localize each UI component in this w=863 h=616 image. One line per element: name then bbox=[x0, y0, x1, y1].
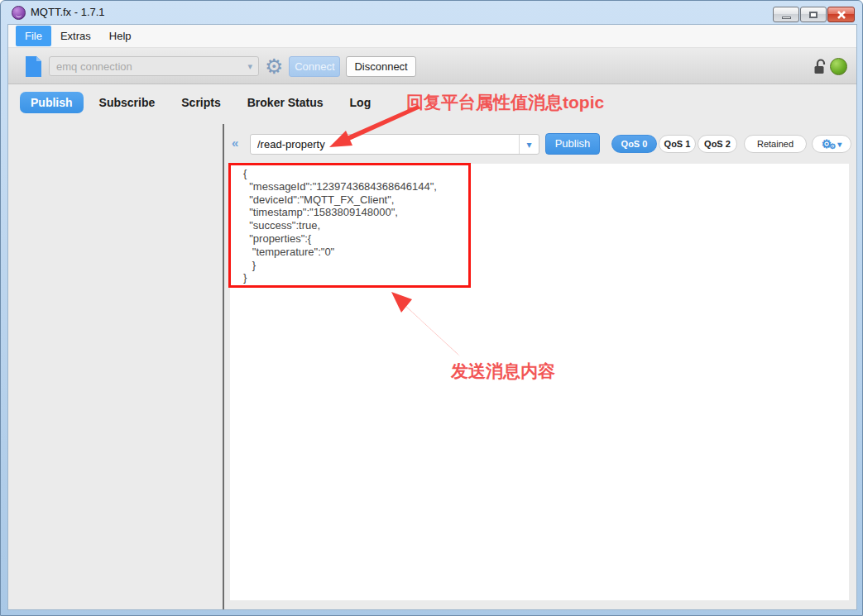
connection-input[interactable] bbox=[50, 60, 232, 73]
disconnect-button[interactable]: Disconnect bbox=[346, 56, 415, 77]
toolbar-status-group bbox=[813, 49, 847, 84]
menu-file[interactable]: File bbox=[16, 26, 51, 46]
qos1-button[interactable]: QoS 1 bbox=[659, 135, 696, 153]
connection-settings-gear-icon[interactable]: ⚙ bbox=[265, 57, 283, 75]
close-icon bbox=[837, 10, 846, 20]
tab-bar: Publish Subscribe Scripts Broker Status … bbox=[8, 84, 856, 121]
connection-caret-icon[interactable]: ▾ bbox=[247, 61, 252, 72]
minimize-button[interactable] bbox=[773, 7, 799, 22]
message-json: { "messageId":"1239743684368646144", "de… bbox=[243, 167, 437, 284]
new-connection-icon[interactable] bbox=[25, 55, 42, 78]
tab-subscribe[interactable]: Subscribe bbox=[89, 92, 166, 113]
app-window: MQTT.fx - 1.7.1 File Extras Help bbox=[0, 0, 863, 616]
message-textarea[interactable]: { "messageId":"1239743684368646144", "de… bbox=[230, 164, 849, 600]
menu-help[interactable]: Help bbox=[100, 26, 141, 46]
publish-button[interactable]: Publish bbox=[545, 133, 600, 155]
title-bar[interactable]: MQTT.fx - 1.7.1 bbox=[1, 1, 862, 24]
unlocked-padlock-icon bbox=[813, 58, 827, 75]
connect-button[interactable]: Connect bbox=[289, 56, 340, 77]
tab-log[interactable]: Log bbox=[339, 92, 382, 113]
panel-divider[interactable] bbox=[223, 124, 224, 609]
toolbar: ▾ ⚙ Connect Disconnect bbox=[8, 49, 856, 84]
qos0-button[interactable]: QoS 0 bbox=[611, 135, 657, 153]
close-button[interactable] bbox=[827, 7, 855, 22]
menu-extras[interactable]: Extras bbox=[51, 26, 100, 46]
tab-scripts[interactable]: Scripts bbox=[170, 92, 231, 113]
menu-bar: File Extras Help bbox=[8, 25, 856, 48]
window-controls bbox=[772, 7, 855, 22]
maximize-button[interactable] bbox=[800, 7, 827, 22]
collapse-chevron-icon[interactable]: « bbox=[232, 136, 238, 150]
connection-select[interactable]: ▾ bbox=[49, 56, 259, 76]
topic-combobox[interactable]: ▾ bbox=[250, 134, 539, 155]
tab-publish[interactable]: Publish bbox=[20, 92, 84, 113]
qos2-button[interactable]: QoS 2 bbox=[698, 135, 737, 153]
app-logo-icon bbox=[12, 6, 26, 20]
minimize-icon bbox=[782, 17, 791, 19]
options-gear-small-icon: ⚙ bbox=[829, 143, 836, 150]
connection-status-indicator bbox=[830, 58, 847, 75]
maximize-icon bbox=[809, 12, 817, 18]
tab-broker-status[interactable]: Broker Status bbox=[237, 92, 334, 113]
options-caret-icon: ▾ bbox=[837, 140, 841, 149]
retained-button[interactable]: Retained bbox=[744, 135, 807, 153]
publish-options-button[interactable]: ⚙ ⚙ ▾ bbox=[812, 135, 851, 153]
topic-dropdown-button[interactable]: ▾ bbox=[519, 135, 539, 154]
topic-input[interactable] bbox=[251, 138, 507, 150]
window-title: MQTT.fx - 1.7.1 bbox=[31, 6, 105, 18]
app-body: File Extras Help ▾ ⚙ Connect Disconnect bbox=[7, 24, 857, 610]
